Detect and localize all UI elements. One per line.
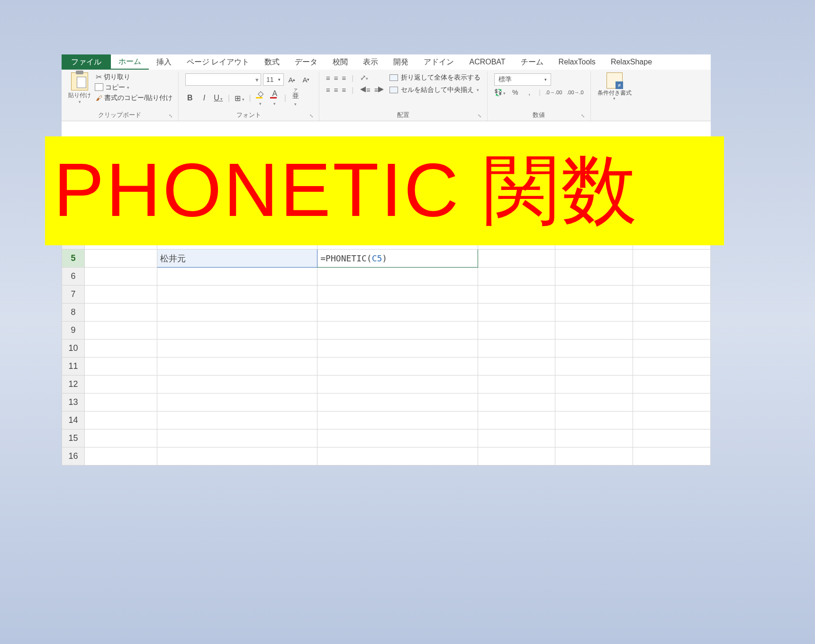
tab-developer[interactable]: 開発 — [386, 54, 416, 70]
cell-f13[interactable] — [555, 394, 633, 411]
cell-c9[interactable] — [157, 322, 317, 340]
cell-b13[interactable] — [85, 394, 157, 411]
cell-e13[interactable] — [478, 394, 555, 411]
row-header-6[interactable]: 6 — [62, 268, 85, 286]
tab-data[interactable]: データ — [287, 54, 325, 70]
row-header-10[interactable]: 10 — [62, 340, 85, 358]
cell-e16[interactable] — [478, 447, 555, 465]
cell-g8[interactable] — [633, 304, 711, 322]
cell-g12[interactable] — [633, 376, 711, 394]
cell-g13[interactable] — [633, 394, 711, 411]
cell-c13[interactable] — [157, 394, 317, 411]
decrease-decimal-button[interactable]: .00→.0 — [567, 89, 583, 95]
cell-f16[interactable] — [555, 447, 633, 465]
decrease-font-button[interactable]: A▾ — [300, 73, 312, 86]
cell-b9[interactable] — [85, 322, 157, 340]
row-header-13[interactable]: 13 — [62, 394, 85, 411]
format-painter-button[interactable]: 🖌書式のコピー/貼り付け — [96, 94, 172, 102]
border-button[interactable]: ⊞ — [235, 94, 244, 103]
tab-home[interactable]: ホーム — [111, 54, 149, 70]
cell-f11[interactable] — [555, 358, 633, 376]
cell-c16[interactable] — [157, 447, 317, 465]
cell-d14[interactable] — [317, 411, 478, 429]
increase-indent-button[interactable]: ≡⯈ — [374, 86, 384, 94]
cell-c14[interactable] — [157, 411, 317, 429]
underline-button[interactable]: U — [214, 94, 223, 102]
italic-button[interactable]: I — [199, 94, 209, 102]
clipboard-dialog-launcher[interactable]: ⤡ — [168, 113, 173, 119]
row-header-14[interactable]: 14 — [62, 411, 85, 429]
cell-f7[interactable] — [555, 286, 633, 304]
alignment-dialog-launcher[interactable]: ⤡ — [477, 113, 482, 119]
paste-button[interactable]: 貼り付け ▾ — [65, 72, 94, 109]
font-name-dropdown[interactable]: ▾ — [185, 73, 261, 86]
increase-font-button[interactable]: A▴ — [286, 73, 298, 86]
tab-file[interactable]: ファイル — [62, 54, 111, 70]
cell-f12[interactable] — [555, 376, 633, 394]
align-top-button[interactable]: ≡ — [326, 74, 329, 82]
cell-b5[interactable] — [85, 250, 157, 268]
cell-d16[interactable] — [317, 447, 478, 465]
align-left-button[interactable]: ≡ — [326, 86, 329, 94]
accounting-format-button[interactable]: 💱 — [494, 89, 506, 96]
cell-g16[interactable] — [633, 447, 711, 465]
cell-c8[interactable] — [157, 304, 317, 322]
tab-relaxtools[interactable]: RelaxTools — [551, 54, 603, 70]
cell-c12[interactable] — [157, 376, 317, 394]
percent-button[interactable]: % — [510, 89, 520, 96]
cell-g10[interactable] — [633, 340, 711, 358]
cell-e5[interactable] — [478, 250, 555, 268]
cell-d8[interactable] — [317, 304, 478, 322]
fill-color-button[interactable]: ◇ — [256, 89, 265, 107]
number-dialog-launcher[interactable]: ⤡ — [580, 113, 586, 119]
cell-e7[interactable] — [478, 286, 555, 304]
number-format-dropdown[interactable]: 標準▾ — [494, 73, 551, 86]
conditional-formatting-button[interactable]: 条件付き書式 ▾ — [595, 72, 634, 118]
cell-d12[interactable] — [317, 376, 478, 394]
tab-team[interactable]: チーム — [513, 54, 551, 70]
cell-b11[interactable] — [85, 358, 157, 376]
cell-b12[interactable] — [85, 376, 157, 394]
cell-f10[interactable] — [555, 340, 633, 358]
cell-b15[interactable] — [85, 429, 157, 447]
cell-e8[interactable] — [478, 304, 555, 322]
align-right-button[interactable]: ≡ — [342, 86, 345, 94]
tab-addins[interactable]: アドイン — [416, 54, 462, 70]
row-header-7[interactable]: 7 — [62, 286, 85, 304]
wrap-text-button[interactable]: 折り返して全体を表示する — [389, 73, 480, 82]
cell-d5[interactable]: =PHONETIC(C5) — [317, 250, 478, 268]
cell-f5[interactable] — [555, 250, 633, 268]
row-header-12[interactable]: 12 — [62, 376, 85, 394]
cell-g9[interactable] — [633, 322, 711, 340]
tab-formulas[interactable]: 数式 — [257, 54, 287, 70]
cell-g15[interactable] — [633, 429, 711, 447]
cell-e15[interactable] — [478, 429, 555, 447]
cell-e9[interactable] — [478, 322, 555, 340]
cell-g7[interactable] — [633, 286, 711, 304]
align-bottom-button[interactable]: ≡ — [342, 74, 345, 82]
cell-e10[interactable] — [478, 340, 555, 358]
cell-d6[interactable] — [317, 268, 478, 286]
merge-center-button[interactable]: セルを結合して中央揃え ▾ — [389, 86, 480, 94]
cell-g5[interactable] — [633, 250, 711, 268]
cell-d9[interactable] — [317, 322, 478, 340]
cell-d13[interactable] — [317, 394, 478, 411]
cell-c6[interactable] — [157, 268, 317, 286]
cell-c10[interactable] — [157, 340, 317, 358]
cell-b7[interactable] — [85, 286, 157, 304]
row-header-15[interactable]: 15 — [62, 429, 85, 447]
tab-relaxshape[interactable]: RelaxShape — [603, 54, 660, 70]
decrease-indent-button[interactable]: ⯇≡ — [360, 86, 370, 94]
cell-d15[interactable] — [317, 429, 478, 447]
row-header-16[interactable]: 16 — [62, 447, 85, 465]
align-center-button[interactable]: ≡ — [334, 86, 337, 94]
row-header-11[interactable]: 11 — [62, 358, 85, 376]
worksheet-grid[interactable]: 4 5 松井元 =PHONETIC(C5) 6 — [62, 231, 711, 465]
cell-c7[interactable] — [157, 286, 317, 304]
copy-button[interactable]: コピー ▾ — [96, 83, 172, 92]
cell-c15[interactable] — [157, 429, 317, 447]
font-color-button[interactable]: A — [270, 89, 280, 107]
cell-g14[interactable] — [633, 411, 711, 429]
tab-view[interactable]: 表示 — [355, 54, 386, 70]
cell-f9[interactable] — [555, 322, 633, 340]
